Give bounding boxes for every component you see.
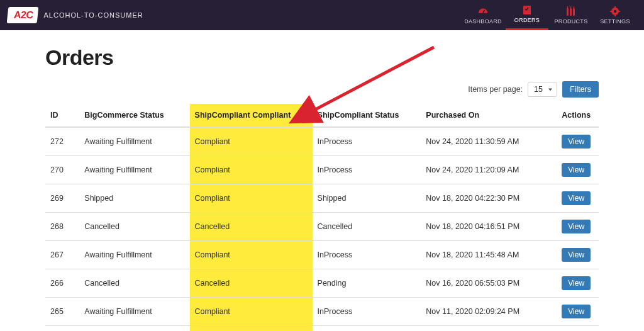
cell-sc-compliant: Compliant [190,127,313,156]
toolbar: Items per page: 15 Filters [45,81,599,98]
svg-rect-10 [614,6,616,8]
cell-sc-compliant: Compliant [190,326,313,332]
cell-sc-compliant: Compliant [190,298,313,326]
cell-id: 266 [45,269,79,298]
page-container: Orders Items per page: 15 Filters ID Big… [45,30,599,331]
nav-settings-label: SETTINGS [600,18,630,25]
cell-id: 268 [45,213,79,241]
gauge-icon [477,6,489,16]
table-row: 266CancelledCancelledPendingNov 16, 2020… [45,269,599,298]
cell-actions: View [557,269,599,298]
brand-text: ALCOHOL-TO-CONSUMER [44,11,143,19]
cell-id: 270 [45,156,79,184]
cell-sc-status: InProcess [313,127,421,156]
cell-purchased-on: Nov 18, 2020 04:22:30 PM [421,184,557,213]
nav-orders[interactable]: ORDERS [506,0,548,30]
svg-rect-12 [610,11,612,12]
view-button[interactable]: View [562,248,591,262]
cell-actions: View [557,127,599,156]
items-per-page-select[interactable]: 15 [528,82,557,97]
cell-sc-status: InProcess [313,326,421,332]
cell-sc-status: Pending [313,269,421,298]
cell-sc-status: InProcess [313,241,421,269]
cell-sc-compliant: Compliant [190,156,313,184]
cell-sc-status: InProcess [313,298,421,326]
bottles-icon [565,6,577,16]
svg-rect-11 [614,14,616,16]
nav-orders-label: ORDERS [514,17,540,23]
cell-actions: View [557,184,599,213]
view-button[interactable]: View [562,163,591,177]
svg-rect-6 [570,6,571,9]
page-title: Orders [45,45,599,70]
col-bc-status: BigCommerce Status [79,104,189,127]
cell-actions: View [557,213,599,241]
cell-bc-status: Awaiting Fulfillment [79,156,189,184]
brand: A2C ALCOHOL-TO-CONSUMER [8,7,143,23]
svg-rect-5 [567,6,568,9]
cell-purchased-on: Nov 16, 2020 06:55:03 PM [421,269,557,298]
cell-bc-status: Awaiting Fulfillment [79,326,189,332]
cell-bc-status: Awaiting Fulfillment [79,127,189,156]
col-sc-compliant: ShipCompliant Compliant [190,104,313,127]
svg-rect-3 [570,8,572,16]
cell-sc-status: Cancelled [313,213,421,241]
cell-bc-status: Cancelled [79,213,189,241]
nav-dashboard-label: DASHBOARD [464,18,502,25]
view-button[interactable]: View [562,276,591,290]
col-id: ID [45,104,79,127]
cell-id: 272 [45,127,79,156]
svg-rect-13 [618,11,620,12]
cell-actions: View [557,298,599,326]
cell-purchased-on: Nov 24, 2020 11:20:09 AM [421,156,557,184]
cell-actions: View [557,241,599,269]
top-navbar: A2C ALCOHOL-TO-CONSUMER DASHBOARD ORDERS… [0,0,644,30]
cell-bc-status: Awaiting Fulfillment [79,241,189,269]
cell-purchased-on: Nov 24, 2020 11:30:59 AM [421,127,557,156]
cell-purchased-on: Nov 11, 2020 02:08:23 PM [421,326,557,332]
table-row: 264Awaiting FulfillmentCompliantInProces… [45,326,599,332]
nav-right: DASHBOARD ORDERS PRODUCTS SETTINGS [462,0,636,30]
cell-sc-status: Shipped [313,184,421,213]
cell-sc-compliant: Compliant [190,241,313,269]
cell-id: 265 [45,298,79,326]
svg-point-9 [614,9,616,12]
items-per-page-label: Items per page: [468,85,523,94]
svg-rect-2 [567,8,569,16]
cell-sc-compliant: Cancelled [190,213,313,241]
view-button[interactable]: View [562,191,591,205]
checklist-icon [521,5,533,15]
col-sc-status: ShipCompliant Status [313,104,421,127]
view-button[interactable]: View [562,135,591,149]
table-row: 272Awaiting FulfillmentCompliantInProces… [45,127,599,156]
nav-settings[interactable]: SETTINGS [594,0,636,30]
view-button[interactable]: View [562,305,591,318]
svg-rect-4 [573,8,575,16]
cell-bc-status: Shipped [79,184,189,213]
nav-products-label: PRODUCTS [555,18,588,25]
cell-sc-status: InProcess [313,156,421,184]
brand-logo: A2C [7,7,38,23]
table-header-row: ID BigCommerce Status ShipCompliant Comp… [45,104,599,127]
cell-actions: View [557,156,599,184]
table-row: 267Awaiting FulfillmentCompliantInProces… [45,241,599,269]
cell-id: 264 [45,326,79,332]
items-per-page-value: 15 [534,85,543,94]
table-row: 268CancelledCancelledCancelledNov 18, 20… [45,213,599,241]
cell-sc-compliant: Cancelled [190,269,313,298]
nav-dashboard[interactable]: DASHBOARD [462,0,504,30]
gear-icon [609,6,621,16]
view-button[interactable]: View [562,220,591,233]
filters-button[interactable]: Filters [562,81,599,98]
nav-products[interactable]: PRODUCTS [550,0,592,30]
svg-rect-7 [574,6,574,9]
orders-table: ID BigCommerce Status ShipCompliant Comp… [45,104,599,331]
col-purchased-on: Purchased On [421,104,557,127]
table-row: 270Awaiting FulfillmentCompliantInProces… [45,156,599,184]
cell-sc-compliant: Compliant [190,184,313,213]
cell-bc-status: Awaiting Fulfillment [79,298,189,326]
cell-id: 267 [45,241,79,269]
cell-id: 269 [45,184,79,213]
col-actions: Actions [557,104,599,127]
cell-purchased-on: Nov 11, 2020 02:09:24 PM [421,298,557,326]
